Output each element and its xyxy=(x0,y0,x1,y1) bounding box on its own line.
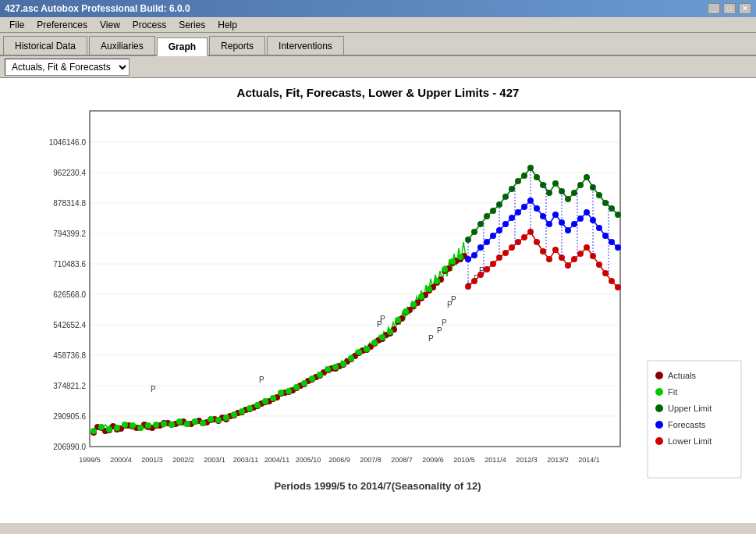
svg-point-159 xyxy=(262,398,268,404)
svg-point-179 xyxy=(418,294,424,300)
svg-point-162 xyxy=(286,388,292,394)
menu-view[interactable]: View xyxy=(94,18,126,32)
svg-point-142 xyxy=(130,422,136,429)
svg-point-139 xyxy=(106,426,112,433)
svg-text:Forecasts: Forecasts xyxy=(668,420,706,429)
chart-area: Actuals, Fit, Forecasts, Lower & Upper L… xyxy=(0,78,756,523)
svg-text:P: P xyxy=(451,295,456,304)
svg-point-287 xyxy=(655,404,663,412)
svg-point-150 xyxy=(192,418,198,425)
svg-point-172 xyxy=(364,346,370,352)
svg-point-140 xyxy=(114,425,120,431)
svg-point-181 xyxy=(434,278,440,284)
svg-text:290905.6: 290905.6 xyxy=(53,412,86,421)
svg-point-182 xyxy=(442,266,448,272)
svg-point-148 xyxy=(176,418,183,425)
tab-auxiliaries[interactable]: Auxiliaries xyxy=(89,36,155,55)
tab-reports[interactable]: Reports xyxy=(209,36,265,55)
svg-text:P: P xyxy=(442,319,447,327)
svg-text:542652.4: 542652.4 xyxy=(53,321,86,329)
svg-point-157 xyxy=(247,405,253,411)
svg-text:2013/2: 2013/2 xyxy=(547,456,569,464)
svg-point-154 xyxy=(223,415,229,421)
svg-text:Actuals: Actuals xyxy=(668,371,697,380)
chart-type-dropdown[interactable]: Actuals, Fit & Forecasts Actuals Only Fi… xyxy=(5,59,130,76)
svg-point-178 xyxy=(410,301,417,308)
title-bar: 427.asc Autobox Professional Build: 6.0.… xyxy=(0,0,756,17)
svg-point-283 xyxy=(655,372,663,379)
minimize-button[interactable]: _ xyxy=(708,3,720,14)
svg-text:206990.0: 206990.0 xyxy=(53,443,86,451)
svg-point-153 xyxy=(215,417,222,423)
svg-point-184 xyxy=(457,254,463,260)
svg-point-289 xyxy=(655,421,663,429)
svg-rect-0 xyxy=(90,111,620,447)
svg-point-144 xyxy=(145,422,151,429)
menu-process[interactable]: Process xyxy=(126,18,172,32)
menu-series[interactable]: Series xyxy=(172,18,211,32)
svg-text:2011/4: 2011/4 xyxy=(484,456,506,464)
svg-text:374821.2: 374821.2 xyxy=(53,382,86,390)
svg-point-160 xyxy=(270,395,276,401)
svg-text:2007/8: 2007/8 xyxy=(360,456,382,464)
svg-text:P: P xyxy=(437,326,442,335)
chart-svg: 206990.0 290905.6 374821.2 458736.8 5426… xyxy=(0,103,756,501)
svg-point-145 xyxy=(153,422,159,428)
menu-preferences[interactable]: Preferences xyxy=(30,18,94,32)
svg-text:2010/5: 2010/5 xyxy=(453,456,475,464)
svg-text:962230.4: 962230.4 xyxy=(53,169,86,177)
svg-point-156 xyxy=(239,408,245,415)
svg-point-163 xyxy=(293,384,300,390)
close-button[interactable]: ✕ xyxy=(739,3,751,14)
svg-text:794399.2: 794399.2 xyxy=(53,230,86,238)
svg-text:Periods 1999/5 to 2014/7(Seaso: Periods 1999/5 to 2014/7(Seasonality of … xyxy=(274,480,481,492)
svg-text:1046146.0: 1046146.0 xyxy=(49,138,87,147)
svg-point-164 xyxy=(301,380,307,386)
tab-graph[interactable]: Graph xyxy=(157,37,208,56)
svg-point-151 xyxy=(200,420,206,426)
chart-title: Actuals, Fit, Forecasts, Lower & Upper L… xyxy=(0,78,756,103)
svg-text:P: P xyxy=(380,315,385,323)
svg-point-174 xyxy=(379,334,385,340)
svg-text:458736.8: 458736.8 xyxy=(53,351,86,360)
svg-point-176 xyxy=(395,317,401,323)
svg-text:2005/10: 2005/10 xyxy=(296,456,321,464)
tab-historical-data[interactable]: Historical Data xyxy=(3,36,87,55)
svg-point-285 xyxy=(655,388,663,396)
svg-text:2009/6: 2009/6 xyxy=(422,456,444,464)
svg-point-291 xyxy=(655,437,663,445)
menu-help[interactable]: Help xyxy=(211,18,243,32)
svg-point-175 xyxy=(387,329,393,335)
svg-text:P: P xyxy=(428,334,434,343)
svg-point-183 xyxy=(449,258,456,265)
svg-point-169 xyxy=(340,361,346,367)
svg-point-167 xyxy=(325,366,331,372)
svg-text:Fit: Fit xyxy=(668,387,677,397)
svg-text:P: P xyxy=(151,385,156,393)
svg-text:2008/7: 2008/7 xyxy=(391,456,413,464)
svg-point-137 xyxy=(91,428,97,434)
svg-text:2002/2: 2002/2 xyxy=(172,456,194,464)
dropdown-bar: Actuals, Fit & Forecasts Actuals Only Fi… xyxy=(0,56,756,78)
svg-point-155 xyxy=(231,411,237,418)
menu-bar: File Preferences View Process Series Hel… xyxy=(0,17,756,33)
svg-text:2006/9: 2006/9 xyxy=(328,456,350,464)
svg-text:710483.6: 710483.6 xyxy=(53,260,86,269)
svg-text:P: P xyxy=(259,376,264,384)
svg-point-161 xyxy=(278,390,284,396)
svg-point-168 xyxy=(332,364,339,370)
svg-point-171 xyxy=(356,349,362,355)
svg-point-173 xyxy=(371,340,378,346)
svg-point-152 xyxy=(208,416,214,422)
svg-text:2001/3: 2001/3 xyxy=(141,456,163,464)
app-title: 427.asc Autobox Professional Build: 6.0.… xyxy=(5,3,190,14)
svg-point-143 xyxy=(137,425,144,431)
svg-text:2012/3: 2012/3 xyxy=(516,456,538,464)
tab-interventions[interactable]: Interventions xyxy=(267,36,344,55)
menu-file[interactable]: File xyxy=(3,18,30,32)
maximize-button[interactable]: □ xyxy=(723,3,736,14)
svg-text:2003/1: 2003/1 xyxy=(204,456,225,464)
svg-text:1999/5: 1999/5 xyxy=(79,456,101,464)
svg-point-141 xyxy=(122,422,128,428)
svg-point-180 xyxy=(426,286,432,292)
